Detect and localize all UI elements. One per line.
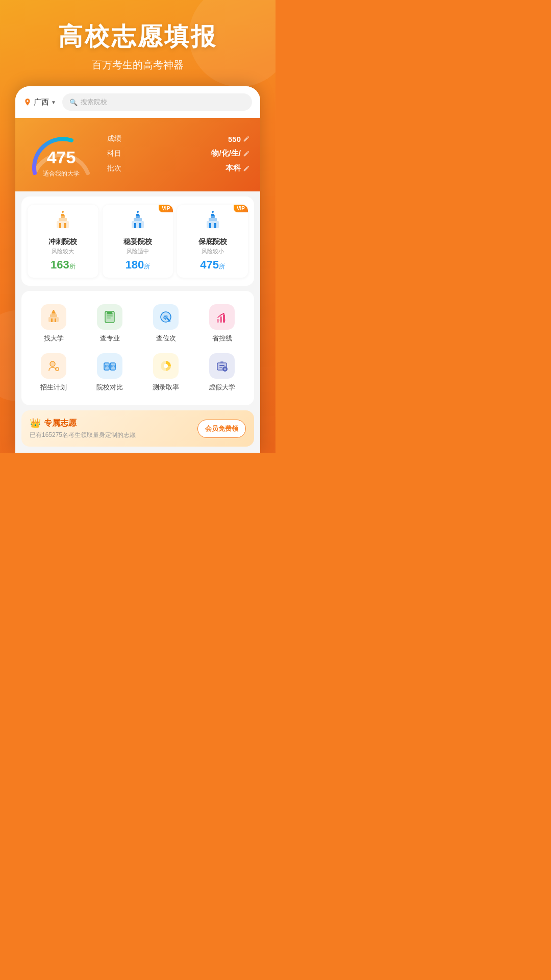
menu-label-check-major: 查专业 <box>100 334 120 343</box>
college-risk-rush: 风险较大 <box>32 248 94 255</box>
hero-section: 高校志愿填报 百万考生的高考神器 广西 ▼ 🔍 搜索院校 <box>0 0 276 453</box>
hero-subtitle: 百万考生的高考神器 <box>10 58 265 72</box>
menu-label-enrollment-plan: 招生计划 <box>40 383 67 392</box>
menu-province-line[interactable]: 省控线 <box>194 299 250 348</box>
compare-schools-icon: PK PK <box>103 359 117 373</box>
svg-rect-37 <box>107 312 112 313</box>
college-count-safe: 475所 <box>181 258 244 272</box>
banner-title-row: 👑 专属志愿 <box>30 418 136 429</box>
svg-rect-16 <box>207 221 219 228</box>
college-type-rush: 冲刺院校 <box>32 237 94 247</box>
search-bar[interactable]: 🔍 搜索院校 <box>62 93 252 111</box>
college-count-stable: 180所 <box>107 258 169 272</box>
location-arrow-icon: ▼ <box>51 100 56 105</box>
subject-value: 物/化/生/ <box>211 149 250 158</box>
svg-point-29 <box>53 310 55 311</box>
college-cards-section: 冲刺院校 风险较大 163所 VIP 稳妥 <box>21 197 254 286</box>
college-count-rush: 163所 <box>32 258 94 272</box>
college-card-stable[interactable]: VIP 稳妥院校 风险适中 180所 <box>103 205 173 278</box>
admission-rate-icon-wrap <box>153 353 179 379</box>
menu-admission-rate[interactable]: 测录取率 <box>138 348 194 397</box>
edit-subject-icon[interactable] <box>243 150 250 157</box>
compare-schools-icon-wrap: PK PK <box>97 353 122 379</box>
rush-college-icon <box>53 211 73 231</box>
location-text: 广西 <box>34 97 49 107</box>
menu-fake-university[interactable]: 虚假大学 <box>194 348 250 397</box>
college-card-rush[interactable]: 冲刺院校 风险较大 163所 <box>28 205 98 278</box>
banner-crown-icon: 👑 <box>30 418 41 429</box>
edit-batch-icon[interactable] <box>243 165 250 172</box>
svg-rect-19 <box>211 214 214 216</box>
menu-label-find-university: 找大学 <box>44 334 64 343</box>
svg-rect-31 <box>55 318 56 322</box>
svg-rect-43 <box>217 319 219 323</box>
college-type-safe: 保底院校 <box>181 237 244 247</box>
svg-point-13 <box>137 211 139 213</box>
svg-text:PK: PK <box>105 364 110 368</box>
score-row-1: 成绩 550 <box>107 134 250 143</box>
phone-card: 广西 ▼ 🔍 搜索院校 <box>15 86 260 453</box>
location-selector[interactable]: 广西 ▼ <box>23 97 56 107</box>
menu-label-province-line: 省控线 <box>212 334 232 343</box>
svg-rect-36 <box>107 317 111 318</box>
svg-point-21 <box>212 211 214 213</box>
svg-rect-30 <box>51 318 53 322</box>
bottom-banner: 👑 专属志愿 已有165275名考生领取量身定制的志愿 会员免费领 <box>21 410 254 447</box>
svg-rect-6 <box>59 223 61 228</box>
menu-label-compare-schools: 院校对比 <box>96 383 123 392</box>
banner-title: 专属志愿 <box>44 418 77 429</box>
svg-rect-1 <box>59 218 67 221</box>
svg-rect-62 <box>219 365 224 366</box>
svg-rect-3 <box>61 214 64 216</box>
edit-score-icon[interactable] <box>243 135 250 142</box>
stable-college-icon <box>128 211 148 231</box>
score-value: 550 <box>228 135 250 143</box>
banner-subtitle: 已有165275名考生领取量身定制的志愿 <box>30 431 136 439</box>
college-risk-stable: 风险适中 <box>107 248 169 255</box>
enrollment-plan-icon-wrap <box>41 353 66 379</box>
vip-claim-button[interactable]: 会员免费领 <box>197 420 246 438</box>
college-card-safe[interactable]: VIP 保底院校 风险较小 475所 <box>177 205 248 278</box>
province-line-icon <box>215 310 229 324</box>
gauge-container: 475 适合我的大学 <box>26 128 97 179</box>
svg-rect-44 <box>220 316 222 323</box>
fake-university-icon-wrap <box>209 353 235 379</box>
college-risk-safe: 风险较小 <box>181 248 244 255</box>
menu-label-check-rank: 查位次 <box>156 334 176 343</box>
province-line-icon-wrap <box>209 304 235 330</box>
svg-rect-27 <box>52 311 55 313</box>
svg-text:Q: Q <box>163 315 167 320</box>
safe-college-icon <box>203 211 223 231</box>
subject-label: 科目 <box>107 149 121 158</box>
menu-find-university[interactable]: 找大学 <box>26 299 82 348</box>
menu-grid-row2: 招生计划 PK PK 院校对比 <box>26 348 250 397</box>
svg-rect-45 <box>223 314 225 323</box>
menu-check-rank[interactable]: Q 查位次 <box>138 299 194 348</box>
vip-badge-safe: VIP <box>234 205 248 212</box>
svg-rect-17 <box>209 218 217 221</box>
admission-rate-icon <box>159 359 173 373</box>
menu-enrollment-plan[interactable]: 招生计划 <box>26 348 82 397</box>
svg-rect-24 <box>48 317 59 322</box>
score-label: 成绩 <box>107 134 121 143</box>
menu-compare-schools[interactable]: PK PK 院校对比 <box>82 348 138 397</box>
location-pin-icon <box>23 98 32 106</box>
find-university-icon <box>46 310 61 324</box>
svg-rect-14 <box>134 223 136 228</box>
gauge-label: 适合我的大学 <box>43 169 80 178</box>
check-major-icon <box>103 310 117 324</box>
svg-rect-15 <box>139 223 141 228</box>
fake-university-icon <box>215 359 229 373</box>
batch-value: 本科 <box>226 163 250 173</box>
svg-rect-34 <box>107 313 113 314</box>
menu-grid-row1: 找大学 查专业 <box>26 299 250 348</box>
banner-left: 👑 专属志愿 已有165275名考生领取量身定制的志愿 <box>30 418 136 439</box>
menu-check-major[interactable]: 查专业 <box>82 299 138 348</box>
svg-rect-0 <box>57 221 69 228</box>
hero-title: 高校志愿填报 <box>10 20 265 53</box>
svg-rect-7 <box>64 223 66 228</box>
find-university-icon-wrap <box>41 304 66 330</box>
check-major-icon-wrap <box>97 304 122 330</box>
svg-rect-25 <box>50 314 57 317</box>
menu-section: 找大学 查专业 <box>21 291 254 405</box>
